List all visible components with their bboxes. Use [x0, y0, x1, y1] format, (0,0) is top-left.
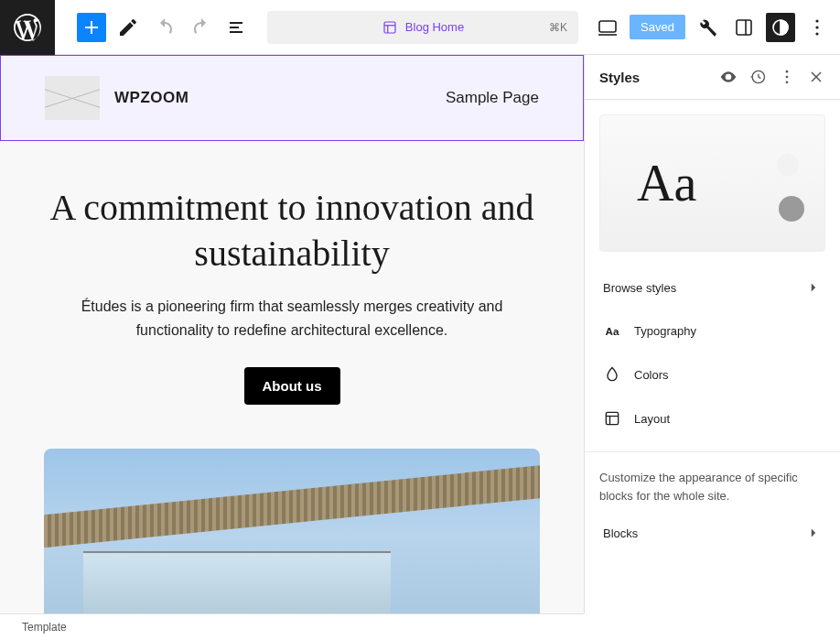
droplet-icon — [603, 365, 621, 384]
styles-sidebar: Styles Aa — [584, 55, 840, 613]
layout-row[interactable]: Layout — [599, 396, 825, 440]
svg-point-8 — [815, 19, 818, 22]
breadcrumb-bar: Template — [0, 613, 584, 640]
document-title-chip[interactable]: Blog Home ⌘K — [267, 11, 578, 44]
sidebar-more-button[interactable] — [778, 68, 796, 86]
tools-button[interactable] — [693, 13, 722, 42]
site-title[interactable]: WPZOOM — [114, 89, 188, 107]
breadcrumb-template[interactable]: Template — [22, 621, 67, 634]
wp-logo[interactable] — [0, 0, 55, 55]
shortcut-hint: ⌘K — [549, 21, 567, 34]
desktop-icon — [597, 16, 619, 38]
colors-label: Colors — [634, 368, 669, 382]
hero-section: A commitment to innovation and sustainab… — [0, 141, 584, 427]
svg-point-10 — [815, 32, 818, 35]
colors-row[interactable]: Colors — [599, 353, 825, 396]
wrench-icon — [696, 16, 718, 38]
svg-rect-5 — [737, 20, 751, 35]
close-icon — [807, 68, 825, 86]
list-icon — [227, 16, 249, 38]
undo-icon — [154, 16, 176, 38]
svg-rect-18 — [606, 412, 618, 424]
more-vertical-icon — [806, 16, 828, 38]
contrast-icon — [770, 16, 792, 38]
edit-tool-button[interactable] — [113, 13, 143, 42]
svg-rect-3 — [599, 21, 616, 32]
eye-icon — [719, 68, 738, 86]
template-icon — [382, 19, 398, 36]
svg-point-14 — [786, 81, 789, 84]
document-title: Blog Home — [405, 20, 464, 34]
stylebook-button[interactable] — [719, 68, 738, 86]
view-button[interactable] — [593, 13, 622, 42]
toolbar-left — [55, 13, 253, 42]
layout-icon — [603, 409, 621, 428]
save-button[interactable]: Saved — [630, 15, 685, 39]
toolbar-center: Blog Home ⌘K — [253, 11, 593, 44]
browse-styles-row[interactable]: Browse styles — [599, 266, 825, 309]
svg-point-9 — [815, 26, 818, 28]
blocks-row[interactable]: Blocks — [599, 512, 825, 554]
sidebar-title: Styles — [599, 70, 640, 85]
nav-link-sample-page[interactable]: Sample Page — [446, 89, 539, 107]
close-sidebar-button[interactable] — [807, 68, 825, 86]
hero-image[interactable] — [44, 449, 540, 613]
document-overview-button[interactable] — [223, 13, 253, 42]
site-logo-placeholder[interactable] — [45, 76, 100, 120]
toolbar-right: Saved — [593, 13, 840, 42]
sidebar-icon — [733, 16, 755, 38]
typography-icon: Aa — [603, 321, 621, 340]
layout-label: Layout — [634, 412, 670, 426]
blocks-intro-text: Customize the appearance of specific blo… — [585, 451, 840, 512]
svg-point-12 — [786, 71, 789, 73]
styles-sidebar-button[interactable] — [766, 13, 795, 42]
color-swatch-light — [777, 154, 799, 176]
browse-styles-label: Browse styles — [603, 281, 676, 295]
hero-cta-button[interactable]: About us — [244, 367, 340, 405]
color-swatch-dark — [779, 196, 804, 222]
undo-button[interactable] — [150, 13, 179, 42]
site-header-block[interactable]: WPZOOM Sample Page — [0, 55, 584, 141]
editor-canvas[interactable]: WPZOOM Sample Page A commitment to innov… — [0, 55, 584, 613]
redo-button[interactable] — [187, 13, 216, 42]
pencil-icon — [117, 16, 139, 38]
sidebar-body: Aa Browse styles Aa Typography Colors — [585, 100, 840, 613]
more-vertical-icon — [778, 68, 796, 86]
typography-label: Typography — [634, 324, 696, 338]
style-preview-card[interactable]: Aa — [599, 114, 825, 252]
sidebar-header: Styles — [585, 55, 840, 100]
chevron-right-icon — [805, 525, 822, 541]
site-brand: WPZOOM — [45, 76, 188, 120]
wordpress-icon — [11, 11, 44, 44]
svg-text:Aa: Aa — [606, 325, 619, 337]
typography-sample: Aa — [637, 154, 696, 212]
main-area: WPZOOM Sample Page A commitment to innov… — [0, 55, 840, 613]
blocks-label: Blocks — [603, 526, 638, 540]
typography-row[interactable]: Aa Typography — [599, 309, 825, 353]
chevron-right-icon — [805, 279, 822, 296]
revisions-button[interactable] — [748, 68, 767, 86]
add-block-button[interactable] — [77, 13, 106, 42]
top-toolbar: Blog Home ⌘K Saved — [0, 0, 840, 55]
hero-paragraph[interactable]: Études is a pioneering firm that seamles… — [44, 295, 540, 342]
hero-heading[interactable]: A commitment to innovation and sustainab… — [44, 185, 540, 277]
history-icon — [748, 68, 767, 86]
settings-sidebar-button[interactable] — [729, 13, 759, 42]
redo-icon — [190, 16, 212, 38]
svg-rect-0 — [384, 22, 395, 33]
options-button[interactable] — [802, 13, 832, 42]
svg-point-13 — [786, 76, 789, 79]
plus-icon — [81, 16, 102, 38]
